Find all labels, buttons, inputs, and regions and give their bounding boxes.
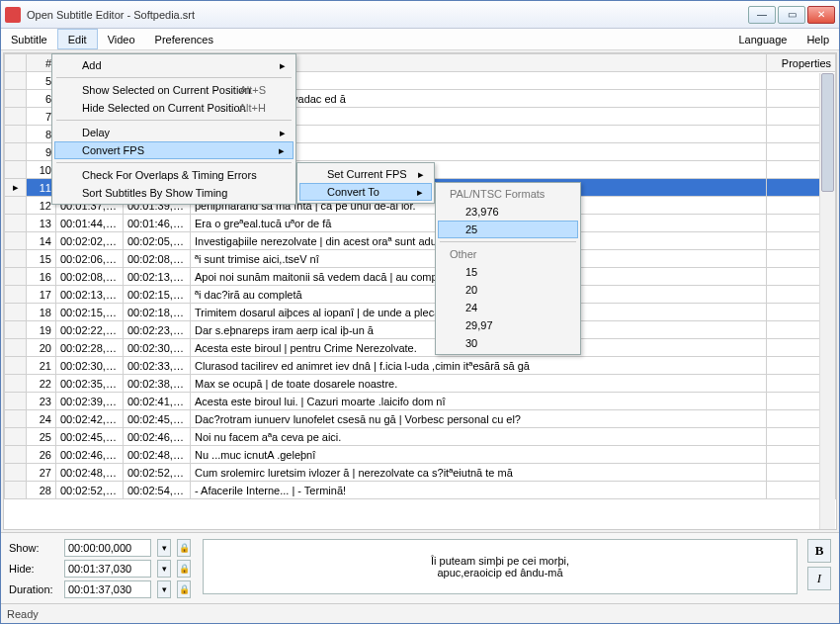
cell-hide[interactable]: 00:02:08,462 [124,250,191,268]
row-selector[interactable] [5,482,27,499]
fps-15[interactable]: 15 [438,263,578,281]
menu-preferences[interactable]: Preferences [145,29,223,49]
edit-show-selected[interactable]: Show Selected on Current PositionAlt+S [54,81,294,99]
grid-scrollbar[interactable] [819,73,835,529]
cell-number[interactable]: 16 [27,268,56,286]
cell-number[interactable]: 14 [27,232,56,250]
menu-video[interactable]: Video [98,29,145,49]
row-selector[interactable] [5,108,27,126]
scrollbar-thumb[interactable] [821,73,834,192]
cell-number[interactable]: 19 [27,321,56,339]
show-lock-icon[interactable]: 🔒 [177,539,191,557]
fps-20[interactable]: 20 [438,281,578,299]
col-properties[interactable]: Properties [767,54,836,72]
fps-2997[interactable]: 29,97 [438,316,578,334]
fps-set-current[interactable]: Set Current FPS▸ [299,165,432,183]
cell-text[interactable]: - Afacerile Interne... | - Terminã! [191,482,767,499]
cell-number[interactable]: 17 [27,286,56,304]
cell-hide[interactable]: 00:02:23,610 [124,321,191,339]
cell-hide[interactable]: 00:02:13,600 [124,268,191,286]
edit-check-overlaps[interactable]: Check For Overlaps & Timing Errors [54,166,294,184]
row-selector[interactable] [5,357,27,375]
hide-spinner[interactable]: ▾ [157,560,171,578]
row-selector[interactable]: ▸ [5,179,27,197]
row-selector[interactable] [5,464,27,482]
cell-hide[interactable]: 00:02:33,620 [124,357,191,375]
row-selector[interactable] [5,90,27,108]
cell-show[interactable]: 00:02:39,393 [56,393,124,410]
row-selector[interactable] [5,446,27,464]
subtitle-preview[interactable]: Îi puteam simþi pe cei morþi, apuc,eraoi… [203,539,798,594]
cell-number[interactable]: 28 [27,482,56,499]
show-spinner[interactable]: ▾ [157,539,171,557]
cell-text[interactable]: Acesta este biroul lui. | Cazuri moarte … [191,393,767,410]
cell-number[interactable]: 18 [27,304,56,321]
cell-number[interactable]: 23 [27,393,56,410]
cell-show[interactable]: 00:02:13,634 [56,286,124,304]
minimize-button[interactable]: — [748,6,776,24]
cell-text[interactable]: Clurasod tacilirev ed animret iev dnâ | … [191,357,767,375]
show-input[interactable] [64,539,151,557]
table-row[interactable]: 2300:02:39,39300:02:41,828Acesta este bi… [5,393,836,410]
row-selector[interactable] [5,72,27,90]
row-selector[interactable] [5,375,27,393]
menu-language[interactable]: Language [728,29,797,49]
cell-text[interactable]: Cum srolemirc luretsim ivlozer ă | nerez… [191,464,767,482]
fps-24[interactable]: 24 [438,299,578,316]
edit-add[interactable]: Add▸ [54,56,294,74]
row-selector[interactable] [5,143,27,161]
table-row[interactable]: 2600:02:46,90000:02:48,535Nu ...muc icnu… [5,446,836,464]
table-row[interactable]: 1400:02:02,85600:02:05,859Investigaþiile… [5,232,836,250]
cell-show[interactable]: 00:02:02,856 [56,232,124,250]
row-selector[interactable] [5,321,27,339]
table-row[interactable]: 2800:02:52,30600:02:54,408- Afacerile In… [5,482,836,499]
row-selector[interactable] [5,393,27,410]
row-selector[interactable] [5,428,27,446]
row-selector[interactable] [5,339,27,357]
cell-show[interactable]: 00:01:44,404 [56,215,124,232]
table-row[interactable]: 1700:02:13,63400:02:15,202ªi dac?irã au … [5,286,836,304]
cell-show[interactable]: 00:02:35,389 [56,375,124,393]
fps-convert-to[interactable]: Convert To▸ [299,183,432,201]
cell-number[interactable]: 25 [27,428,56,446]
bold-button[interactable]: B [807,539,831,563]
fps-23976[interactable]: 23,976 [438,203,578,221]
row-selector[interactable] [5,410,27,428]
table-row[interactable]: 1600:02:08,86200:02:13,600Apoi noi sunăm… [5,268,836,286]
cell-hide[interactable]: 00:02:52,239 [124,464,191,482]
cell-hide[interactable]: 00:02:30,584 [124,339,191,357]
edit-hide-selected[interactable]: Hide Selected on Current PositionAlt+H [54,99,294,117]
table-row[interactable]: 1300:01:44,40400:01:46,473Era o greªeal.… [5,215,836,232]
cell-number[interactable]: 22 [27,375,56,393]
cell-show[interactable]: 00:02:28,916 [56,339,124,357]
cell-hide[interactable]: 00:02:05,859 [124,232,191,250]
duration-lock-icon[interactable]: 🔒 [177,580,191,598]
row-selector[interactable] [5,215,27,232]
cell-show[interactable]: 00:02:22,176 [56,321,124,339]
cell-show[interactable]: 00:02:52,306 [56,482,124,499]
duration-input[interactable] [64,580,151,598]
row-selector[interactable] [5,268,27,286]
cell-show[interactable]: 00:02:42,362 [56,410,124,428]
table-row[interactable]: 1800:02:15,60200:02:18,705Trimitem dosar… [5,304,836,321]
cell-hide[interactable]: 00:02:15,202 [124,286,191,304]
cell-number[interactable]: 27 [27,464,56,482]
cell-show[interactable]: 00:02:30,984 [56,357,124,375]
table-row[interactable]: 1500:02:06,76000:02:08,462ªi sunt trimis… [5,250,836,268]
cell-hide[interactable]: 00:02:54,408 [124,482,191,499]
menu-edit[interactable]: Edit [57,29,98,49]
cell-text[interactable]: Max se ocupă | de toate dosarele noastre… [191,375,767,393]
edit-sort-by-show[interactable]: Sort Subtitles By Show Timing [54,184,294,202]
cell-show[interactable]: 00:02:46,900 [56,446,124,464]
row-selector[interactable] [5,250,27,268]
cell-show[interactable]: 00:02:48,802 [56,464,124,482]
table-row[interactable]: 2400:02:42,36200:02:45,098Dac?rotram iun… [5,410,836,428]
cell-show[interactable]: 00:02:15,602 [56,304,124,321]
fps-30[interactable]: 30 [438,334,578,352]
cell-text[interactable]: Noi nu facem aªa ceva pe aici. [191,428,767,446]
cell-hide[interactable]: 00:02:41,828 [124,393,191,410]
row-selector[interactable] [5,126,27,143]
table-row[interactable]: 1900:02:22,17600:02:23,610Dar s.eþnareps… [5,321,836,339]
cell-number[interactable]: 15 [27,250,56,268]
table-row[interactable]: 2200:02:35,38900:02:38,292Max se ocupă |… [5,375,836,393]
